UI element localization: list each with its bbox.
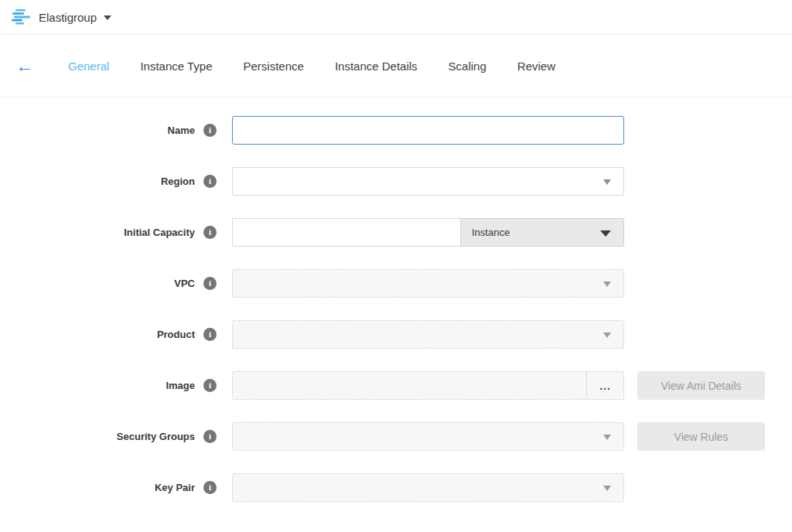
chevron-down-icon: [603, 486, 611, 491]
field-row-image: Image i ... View Ami Details: [0, 371, 792, 400]
field-row-name: Name i: [0, 116, 792, 145]
back-arrow-icon[interactable]: ←: [15, 57, 39, 75]
info-icon[interactable]: i: [203, 328, 217, 341]
field-row-region: Region i: [0, 167, 792, 196]
key-pair-select: [232, 473, 624, 502]
tab-general[interactable]: General: [68, 60, 109, 73]
initial-capacity-input[interactable]: [232, 218, 460, 247]
topbar: Elastigroup: [0, 0, 792, 35]
elastigroup-logo-icon: [11, 9, 31, 26]
tab-persistence[interactable]: Persistence: [244, 60, 304, 73]
tab-instance-type[interactable]: Instance Type: [140, 60, 212, 73]
vpc-label: VPC: [0, 278, 195, 289]
capacity-unit-value: Instance: [472, 227, 510, 238]
chevron-down-icon: [603, 179, 611, 185]
capacity-unit-select[interactable]: Instance: [460, 218, 624, 247]
field-row-initial-capacity: Initial Capacity i Instance: [0, 218, 792, 247]
tab-instance-details[interactable]: Instance Details: [335, 60, 418, 73]
field-row-vpc: VPC i: [0, 269, 792, 298]
app-switcher-label[interactable]: Elastigroup: [39, 11, 97, 24]
name-label: Name: [0, 124, 195, 136]
security-groups-label: Security Groups: [0, 431, 195, 442]
product-select: [232, 320, 624, 349]
wizard-tabs: General Instance Type Persistence Instan…: [68, 60, 555, 73]
field-row-key-pair: Key Pair i: [0, 473, 792, 502]
chevron-down-icon: [603, 435, 611, 440]
product-label: Product: [0, 329, 195, 340]
region-label: Region: [0, 176, 195, 187]
region-select[interactable]: [232, 167, 624, 196]
image-input: ...: [232, 371, 624, 400]
info-icon[interactable]: i: [203, 175, 217, 188]
vpc-select: [232, 269, 624, 298]
chevron-down-icon[interactable]: [104, 15, 111, 20]
info-icon[interactable]: i: [203, 379, 217, 392]
field-row-product: Product i: [0, 320, 792, 349]
info-icon[interactable]: i: [203, 481, 217, 494]
wizard-tabbar: ← General Instance Type Persistence Inst…: [0, 35, 792, 97]
tab-review[interactable]: Review: [517, 60, 555, 73]
initial-capacity-label: Initial Capacity: [0, 227, 195, 238]
info-icon[interactable]: i: [203, 277, 217, 290]
view-ami-details-button[interactable]: View Ami Details: [637, 371, 765, 400]
image-label: Image: [0, 380, 195, 391]
general-form: Name i Region i Initial Capacity i Insta…: [0, 97, 792, 502]
view-rules-button[interactable]: View Rules: [637, 422, 765, 451]
key-pair-label: Key Pair: [0, 482, 195, 493]
info-icon[interactable]: i: [203, 124, 217, 137]
image-browse-button[interactable]: ...: [586, 372, 623, 399]
security-groups-select: [232, 422, 624, 451]
field-row-security-groups: Security Groups i View Rules: [0, 422, 792, 451]
info-icon[interactable]: i: [203, 430, 217, 443]
chevron-down-icon: [603, 281, 611, 287]
chevron-down-icon: [600, 230, 611, 237]
tab-scaling[interactable]: Scaling: [449, 60, 486, 73]
name-input[interactable]: [232, 116, 624, 145]
chevron-down-icon: [603, 332, 611, 338]
info-icon[interactable]: i: [203, 226, 217, 239]
